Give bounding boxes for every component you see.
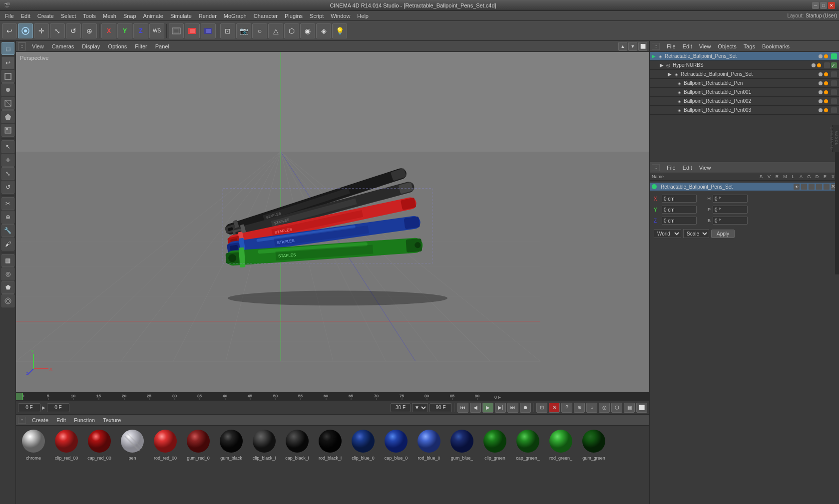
- coord-y-pos[interactable]: [662, 206, 697, 214]
- material-clip-red[interactable]: clip_red_00: [51, 428, 82, 500]
- obj-row-hypernurbs[interactable]: ▶ ◎ HyperNURBS ✓: [650, 61, 839, 70]
- undo-button[interactable]: ↩: [2, 23, 17, 38]
- tool-edges[interactable]: [1, 97, 14, 110]
- move-tool-button[interactable]: ✛: [34, 23, 49, 38]
- material-cap-red[interactable]: cap_red_00: [84, 428, 115, 500]
- material-cap-green[interactable]: cap_green_: [512, 428, 543, 500]
- z-axis-button[interactable]: Z: [133, 23, 148, 38]
- right-menu-objects[interactable]: Objects: [716, 42, 738, 50]
- obj-row-pen4[interactable]: ◈ Ballpoint_Retractable_Pen003: [650, 106, 839, 115]
- tool-magnet[interactable]: ⊕: [1, 211, 14, 224]
- menu-window[interactable]: Window: [328, 12, 353, 20]
- menu-animate[interactable]: Animate: [140, 12, 166, 20]
- obj-extra-icon[interactable]: [816, 184, 822, 190]
- end-frame-input[interactable]: [429, 403, 452, 412]
- attr-menu-view[interactable]: View: [697, 164, 713, 172]
- add-object-button[interactable]: ⊕: [82, 23, 97, 38]
- x-axis-button[interactable]: X: [101, 23, 116, 38]
- keyframe-tool4[interactable]: ⊕: [574, 403, 585, 413]
- tool-spline[interactable]: ◎: [1, 267, 14, 280]
- material-menu-texture[interactable]: Texture: [101, 416, 123, 424]
- attr-menu-edit[interactable]: Edit: [681, 164, 694, 172]
- obj-row-pen1[interactable]: ◈ Ballpoint_Retractable_Pen: [650, 79, 839, 88]
- keyframe-tool1[interactable]: ⊡: [536, 403, 547, 413]
- menu-tools[interactable]: Tools: [80, 12, 99, 20]
- step-back-button[interactable]: ◀: [470, 403, 481, 413]
- obj-tag-icon[interactable]: [824, 184, 830, 190]
- material-gum-red[interactable]: gum_red_0: [183, 428, 214, 500]
- material-menu-edit[interactable]: Edit: [54, 416, 68, 424]
- menu-mograph[interactable]: MoGraph: [221, 12, 250, 20]
- fps-input[interactable]: [391, 403, 411, 412]
- tool-paint[interactable]: 🖌: [1, 238, 14, 251]
- lights-button[interactable]: 💡: [332, 23, 347, 38]
- material-rod-blue[interactable]: rod_blue_0: [414, 428, 444, 500]
- material-menu-function[interactable]: Function: [72, 416, 97, 424]
- tool-select[interactable]: ↖: [1, 140, 14, 153]
- viewport-menu-filter[interactable]: Filter: [133, 42, 149, 50]
- close-button[interactable]: ✕: [828, 2, 835, 9]
- coord-b-val[interactable]: [713, 217, 748, 225]
- material-gum-green[interactable]: gum_green: [578, 428, 609, 500]
- timeline-ruler[interactable]: 0 5 10 15 20 25 30 35 40 45 50 55 60 65 …: [16, 392, 649, 400]
- tool-move[interactable]: ✛: [1, 154, 14, 167]
- tool-loft[interactable]: [1, 294, 14, 307]
- material-gum-black[interactable]: gum_black: [216, 428, 247, 500]
- mode-points[interactable]: ⬚: [1, 42, 14, 55]
- scale-tool-button[interactable]: ⤡: [50, 23, 65, 38]
- minimize-button[interactable]: ─: [812, 2, 819, 9]
- coord-sys-button[interactable]: WS: [149, 23, 164, 38]
- render-region-button[interactable]: [169, 23, 184, 38]
- scale-select[interactable]: Scale Size: [683, 229, 709, 238]
- tool-uv[interactable]: [1, 124, 14, 137]
- tool-sculpt[interactable]: 🔧: [1, 224, 14, 237]
- obj-row-pens-child[interactable]: ▶ ◈ Retractable_Ballpoint_Pens_Set: [650, 70, 839, 79]
- keyframe-tool5[interactable]: ○: [586, 403, 597, 413]
- obj-eye-icon[interactable]: 👁: [794, 184, 800, 190]
- menu-simulate[interactable]: Simulate: [167, 12, 195, 20]
- obj-row-pen2[interactable]: ◈ Ballpoint_Retractable_Pen001: [650, 88, 839, 97]
- select-tool-button[interactable]: [18, 23, 33, 38]
- viewport-menu-cameras[interactable]: Cameras: [50, 42, 76, 50]
- menu-mesh[interactable]: Mesh: [100, 12, 119, 20]
- goto-start-button[interactable]: ⏮: [457, 403, 468, 413]
- menu-character[interactable]: Character: [251, 12, 281, 20]
- viewport-menu-panel[interactable]: Panel: [153, 42, 171, 50]
- menu-create[interactable]: Create: [34, 12, 57, 20]
- tool-nurbs[interactable]: ⬟: [1, 281, 14, 294]
- viewport-icon-full[interactable]: ⬜: [638, 42, 647, 51]
- play-button[interactable]: ▶: [482, 403, 493, 413]
- keyframe-tool8[interactable]: ▦: [624, 403, 635, 413]
- apply-button[interactable]: Apply: [711, 230, 735, 238]
- viewport-menu-options[interactable]: Options: [106, 42, 129, 50]
- tool-array[interactable]: ▦: [1, 254, 14, 267]
- coord-z-pos[interactable]: [662, 217, 697, 225]
- maximize-button[interactable]: □: [820, 2, 827, 9]
- obj-lock-icon[interactable]: [801, 184, 807, 190]
- render-tool[interactable]: ⬜: [636, 403, 647, 413]
- frame-display[interactable]: [47, 403, 69, 412]
- tool-points[interactable]: [1, 83, 14, 96]
- material-chrome[interactable]: chrome: [18, 428, 49, 500]
- viewport-icon-up[interactable]: ▲: [618, 42, 627, 51]
- right-menu-tags[interactable]: Tags: [742, 42, 757, 50]
- attr-selected-row[interactable]: Retractable_Ballpoint_Pens_Set 👁 ✕: [650, 183, 839, 191]
- material-cap-blue[interactable]: cap_blue_0: [381, 428, 412, 500]
- tool-poly[interactable]: [1, 110, 14, 123]
- render-picture-button[interactable]: [185, 23, 200, 38]
- record-button[interactable]: ⏺: [520, 403, 531, 413]
- keyframe-tool3[interactable]: ?: [561, 403, 572, 413]
- deformer-button[interactable]: ⬡: [284, 23, 299, 38]
- coord-h-val[interactable]: [713, 195, 748, 203]
- material-rod-red[interactable]: rod_red_00: [150, 428, 181, 500]
- keyframe-tool7[interactable]: ⬡: [611, 403, 622, 413]
- attr-menu-file[interactable]: File: [665, 164, 678, 172]
- viewport-menu-display[interactable]: Display: [80, 42, 102, 50]
- right-menu-edit[interactable]: Edit: [681, 42, 694, 50]
- obj-render-icon[interactable]: [809, 184, 815, 190]
- 3d-viewport[interactable]: Perspective: [16, 52, 649, 392]
- material-pen[interactable]: pen: [117, 428, 148, 500]
- menu-snap[interactable]: Snap: [120, 12, 139, 20]
- effector-button[interactable]: ◈: [316, 23, 331, 38]
- material-clip-black[interactable]: clip_black_i: [249, 428, 280, 500]
